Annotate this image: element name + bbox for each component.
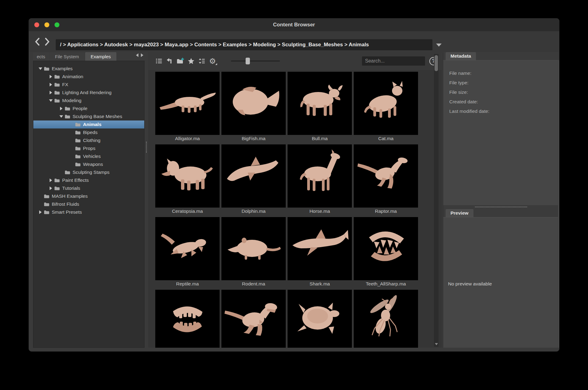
folder-icon	[54, 186, 60, 190]
tab-file-system[interactable]: File System	[50, 52, 85, 61]
tab-ects[interactable]: ects	[33, 52, 49, 61]
teeth-allsharp-thumbnail	[354, 217, 418, 280]
thumbnail-size-slider[interactable]	[231, 57, 280, 65]
back-button[interactable]	[33, 37, 42, 47]
asset-tile-alligator[interactable]: Alligator.ma	[155, 72, 220, 142]
expand-arrow-icon[interactable]	[50, 91, 52, 94]
tree-item-smart-presets[interactable]: Smart Presets	[33, 208, 144, 216]
tree-item-label: Animals	[83, 122, 101, 127]
wasp-thumbnail	[354, 290, 418, 348]
expand-arrow-icon[interactable]	[50, 75, 52, 78]
expand-arrow-icon[interactable]	[39, 210, 42, 214]
chevron-right-icon	[44, 38, 50, 46]
parent-folder-icon[interactable]	[166, 57, 174, 65]
collapse-arrow-icon[interactable]	[49, 99, 53, 102]
tree-item-examples[interactable]: Examples	[33, 65, 144, 73]
asset-tile-cat[interactable]: Cat.ma	[354, 72, 418, 142]
expand-arrow-icon[interactable]	[50, 83, 52, 86]
tab-examples[interactable]: Examples	[85, 52, 116, 61]
search-input[interactable]	[362, 56, 425, 66]
tree-item-props[interactable]: Props	[33, 144, 144, 152]
info-panel: Metadata File name:File type:File size:C…	[443, 52, 559, 348]
metadata-field-created-date: Created date:	[443, 97, 558, 106]
collapse-arrow-icon[interactable]	[39, 67, 42, 70]
settings-gear-icon[interactable]: ⚙	[209, 57, 217, 65]
tree-item-paint-effects[interactable]: Paint Effects	[33, 176, 144, 184]
asset-tile-reptile[interactable]: Reptile.ma	[155, 217, 220, 288]
favorites-star-icon[interactable]	[187, 57, 195, 65]
expand-arrow-icon[interactable]	[60, 107, 62, 110]
scroll-tabs-right-icon[interactable]	[141, 53, 143, 57]
forward-button[interactable]	[43, 37, 51, 47]
slider-track	[231, 60, 280, 62]
preview-splitter[interactable]	[443, 205, 559, 209]
asset-tile-ceratopsia[interactable]: Ceratopsia.ma	[155, 144, 220, 215]
slider-handle[interactable]	[246, 58, 250, 64]
asset-tile-turtle[interactable]	[288, 290, 352, 348]
sidebar: ectsFile SystemExamples ExamplesAnimatio…	[33, 52, 145, 348]
asset-tile-wasp[interactable]	[354, 290, 418, 348]
asset-filename: BigFish.ma	[221, 135, 286, 142]
grid-scrollbar[interactable]	[434, 54, 439, 347]
tree-item-fx[interactable]: FX	[33, 81, 144, 89]
folder-icon	[44, 202, 49, 206]
tree-item-weapons[interactable]: Weapons	[33, 160, 144, 168]
asset-filename: Horse.ma	[288, 208, 352, 215]
asset-tile-trex[interactable]	[221, 290, 286, 348]
path-dropdown-icon[interactable]	[436, 44, 442, 47]
preview-tab[interactable]: Preview	[446, 209, 473, 217]
new-folder-icon[interactable]	[176, 57, 184, 65]
tree-item-label: Animation	[62, 74, 83, 79]
asset-toolbar: ⚙ ?	[148, 52, 442, 70]
metadata-field-file-name: File name:	[443, 68, 558, 78]
asset-tile-jaw-teeth[interactable]	[155, 290, 220, 348]
metadata-header: Metadata	[443, 52, 559, 60]
tree-item-sculpting-base-meshes[interactable]: Sculpting Base Meshes	[33, 113, 144, 120]
tree-item-lighting-and-rendering[interactable]: Lighting And Rendering	[33, 89, 144, 97]
tree-item-animation[interactable]: Animation	[33, 73, 144, 81]
metadata-tab[interactable]: Metadata	[446, 52, 476, 60]
tree-item-label: Props	[83, 146, 96, 151]
tree-item-modeling[interactable]: Modeling	[33, 97, 144, 105]
tree-item-bifrost-fluids[interactable]: Bifrost Fluids	[33, 200, 144, 208]
tree-item-vehicles[interactable]: Vehicles	[33, 152, 144, 160]
folder-icon	[54, 178, 60, 182]
tab-scroll-arrows	[136, 53, 143, 57]
folder-icon	[65, 170, 70, 174]
sort-options-icon[interactable]	[198, 57, 206, 65]
tree-item-label: People	[73, 106, 87, 111]
tree-item-tutorials[interactable]: Tutorials	[33, 184, 144, 192]
tree-item-bipeds[interactable]: Bipeds	[33, 128, 144, 136]
collapse-arrow-icon[interactable]	[59, 115, 63, 118]
sidebar-splitter[interactable]	[145, 52, 148, 348]
breadcrumb-path[interactable]: / > Applications > Autodesk > maya2023 >…	[56, 39, 432, 50]
tree-item-sculpting-stamps[interactable]: Sculpting Stamps	[33, 168, 144, 176]
asset-tile-horse[interactable]: Horse.ma	[288, 144, 352, 215]
tree-item-mash-examples[interactable]: MASH Examples	[33, 192, 144, 200]
asset-tile-bull[interactable]: Bull.ma	[288, 72, 352, 142]
chevron-left-icon	[35, 38, 40, 46]
expand-arrow-icon[interactable]	[50, 178, 52, 182]
asset-tile-raptor[interactable]: Raptor.ma	[354, 144, 418, 215]
tree-item-clothing[interactable]: Clothing	[33, 136, 144, 144]
asset-filename: Bull.ma	[288, 135, 352, 142]
asset-tile-dolphin[interactable]: Dolphin.ma	[221, 144, 286, 215]
window-titlebar[interactable]: Content Browser	[29, 18, 559, 32]
scrollbar-thumb[interactable]	[435, 55, 438, 71]
tree-item-animals[interactable]: Animals	[33, 120, 144, 128]
tree-item-label: Lighting And Rendering	[62, 90, 111, 95]
scroll-tabs-left-icon[interactable]	[136, 53, 138, 57]
asset-tile-teeth-allsharp[interactable]: Teeth_AllSharp.ma	[354, 217, 418, 288]
folder-icon	[65, 114, 70, 119]
asset-grid: Alligator.maBigFish.maBull.maCat.maCerat…	[148, 70, 442, 348]
folder-icon	[54, 98, 60, 103]
asset-tile-shark[interactable]: Shark.ma	[288, 217, 352, 288]
expand-arrow-icon[interactable]	[50, 186, 52, 190]
folder-icon	[54, 90, 60, 95]
list-view-icon[interactable]	[155, 57, 163, 65]
asset-tile-rodent[interactable]: Rodent.ma	[221, 217, 286, 288]
scrollbar-down-arrow[interactable]	[435, 343, 438, 345]
asset-tile-bigfish[interactable]: BigFish.ma	[221, 72, 286, 142]
tree-item-people[interactable]: People	[33, 105, 144, 113]
breadcrumb-text: / > Applications > Autodesk > maya2023 >…	[60, 42, 369, 48]
